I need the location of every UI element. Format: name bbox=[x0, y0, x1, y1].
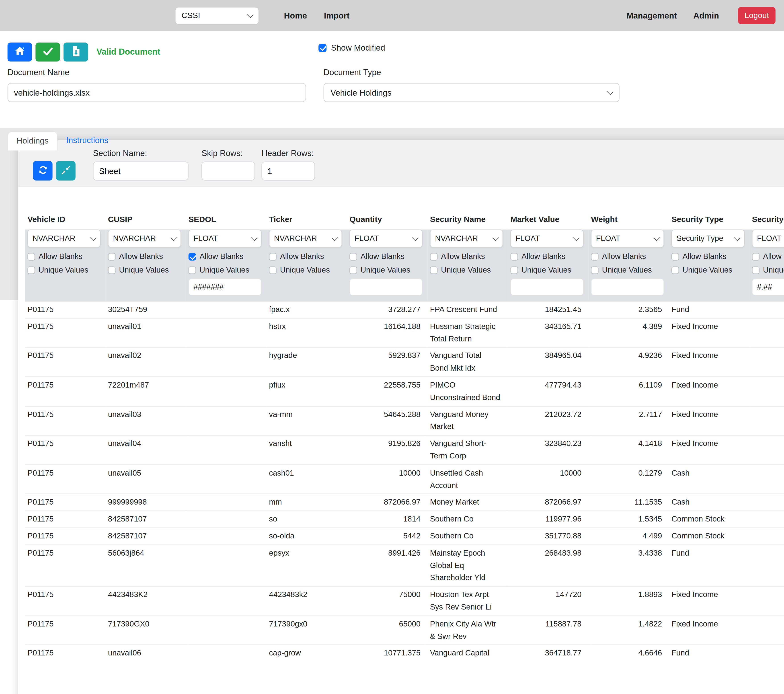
allow-blanks-checkbox-toggle[interactable]: Allow Blanks bbox=[349, 252, 423, 261]
unique-values-checkbox-toggle[interactable]: Unique Values bbox=[430, 265, 503, 274]
section-name-input[interactable] bbox=[93, 162, 189, 181]
unique-values-checkbox[interactable] bbox=[108, 266, 116, 274]
allow-blanks-checkbox[interactable] bbox=[108, 253, 116, 260]
nav-link-home[interactable]: Home bbox=[284, 11, 307, 20]
format-input-sedol[interactable] bbox=[189, 279, 262, 295]
column-type-select-cusip[interactable]: NVARCHAR bbox=[108, 229, 181, 247]
column-filter-sedol: FLOATAllow BlanksUnique Values bbox=[186, 229, 267, 301]
tab-holdings[interactable]: Holdings bbox=[8, 132, 58, 150]
unique-values-checkbox[interactable] bbox=[591, 266, 599, 274]
cell-market-value: 384965.04 bbox=[508, 348, 588, 377]
unique-values-checkbox-toggle[interactable]: Unique Values bbox=[27, 265, 100, 274]
collapse-button[interactable] bbox=[56, 161, 76, 181]
column-type-select-ticker[interactable]: NVARCHAR bbox=[269, 229, 342, 247]
cell-cusip: 56063j864 bbox=[105, 545, 186, 586]
format-input-market-value[interactable] bbox=[511, 279, 584, 295]
allow-blanks-checkbox[interactable] bbox=[752, 253, 759, 260]
format-input-weight[interactable] bbox=[591, 279, 664, 295]
cell-cusip: 30254T759 bbox=[105, 301, 186, 318]
unique-values-checkbox[interactable] bbox=[511, 266, 518, 274]
document-name-input[interactable] bbox=[8, 83, 306, 102]
tab-bar: Holdings Instructions bbox=[8, 132, 784, 150]
unique-values-checkbox[interactable] bbox=[430, 266, 438, 274]
column-type-select-market-value[interactable]: FLOAT bbox=[511, 229, 584, 247]
logout-button[interactable]: Logout bbox=[738, 7, 776, 24]
unique-values-checkbox-label: Unique Values bbox=[522, 265, 572, 274]
allow-blanks-checkbox-toggle[interactable]: Allow Blanks bbox=[752, 252, 784, 261]
cell-weight: 1.5345 bbox=[588, 511, 669, 528]
chevron-down-icon bbox=[573, 234, 580, 241]
column-type-select-quantity[interactable]: FLOAT bbox=[349, 229, 423, 247]
cell-cusip: unavail05 bbox=[105, 465, 186, 494]
unique-values-checkbox-toggle[interactable]: Unique Values bbox=[349, 265, 423, 274]
allow-blanks-checkbox-toggle[interactable]: Allow Blanks bbox=[672, 252, 744, 261]
allow-blanks-checkbox-toggle[interactable]: Allow Blanks bbox=[108, 252, 181, 261]
cell-security bbox=[749, 528, 784, 545]
unique-values-checkbox[interactable] bbox=[27, 266, 35, 274]
allow-blanks-checkbox-toggle[interactable]: Allow Blanks bbox=[27, 252, 100, 261]
column-header-security: Security bbox=[749, 186, 784, 229]
allow-blanks-checkbox-toggle[interactable]: Allow Blanks bbox=[430, 252, 503, 261]
column-type-select-sedol[interactable]: FLOAT bbox=[189, 229, 262, 247]
cell-security-type: Fund bbox=[669, 645, 749, 662]
unique-values-checkbox[interactable] bbox=[672, 266, 679, 274]
allow-blanks-checkbox-toggle[interactable]: Allow Blanks bbox=[591, 252, 664, 261]
column-filter-security: FLOATAllow BlanksUnique Values bbox=[749, 229, 784, 301]
unique-values-checkbox-toggle[interactable]: Unique Values bbox=[591, 265, 664, 274]
skip-rows-group: Skip Rows: bbox=[201, 148, 255, 181]
column-type-select-security-type[interactable]: Security Type bbox=[672, 229, 744, 247]
unique-values-checkbox[interactable] bbox=[752, 266, 759, 274]
cell-quantity: 22558.755 bbox=[347, 377, 427, 406]
validate-button[interactable] bbox=[35, 43, 60, 61]
chevron-down-icon bbox=[654, 234, 660, 241]
unique-values-checkbox-toggle[interactable]: Unique Values bbox=[189, 265, 262, 274]
unique-values-checkbox-toggle[interactable]: Unique Values bbox=[108, 265, 181, 274]
unique-values-checkbox-label: Unique Values bbox=[763, 265, 784, 274]
allow-blanks-checkbox-toggle[interactable]: Allow Blanks bbox=[511, 252, 584, 261]
skip-rows-input[interactable] bbox=[201, 162, 255, 181]
allow-blanks-checkbox[interactable] bbox=[27, 253, 35, 260]
unique-values-checkbox[interactable] bbox=[349, 266, 357, 274]
column-filter-quantity: FLOATAllow BlanksUnique Values bbox=[347, 229, 427, 301]
nav-link-management[interactable]: Management bbox=[626, 11, 677, 20]
allow-blanks-checkbox-toggle[interactable]: Allow Blanks bbox=[269, 252, 342, 261]
allow-blanks-checkbox[interactable] bbox=[349, 253, 357, 260]
home-button[interactable] bbox=[8, 43, 32, 61]
show-modified-toggle[interactable]: Show Modified bbox=[318, 43, 385, 53]
cell-ticker: va-mm bbox=[267, 406, 347, 435]
cell-vehicle-id: P01175 bbox=[25, 528, 105, 545]
cell-quantity: 8991.426 bbox=[347, 545, 427, 586]
document-type-select[interactable]: Vehicle Holdings bbox=[324, 83, 619, 102]
allow-blanks-checkbox[interactable] bbox=[269, 253, 277, 260]
document-status-text: Valid Document bbox=[97, 47, 160, 57]
column-type-select-security[interactable]: FLOAT bbox=[752, 229, 784, 247]
format-input-quantity[interactable] bbox=[349, 279, 423, 295]
column-type-select-weight[interactable]: FLOAT bbox=[591, 229, 664, 247]
cell-cusip: 4423483K2 bbox=[105, 586, 186, 616]
show-modified-checkbox[interactable] bbox=[318, 44, 326, 52]
unique-values-checkbox-toggle[interactable]: Unique Values bbox=[752, 265, 784, 274]
unique-values-checkbox[interactable] bbox=[269, 266, 277, 274]
unique-values-checkbox[interactable] bbox=[189, 266, 196, 274]
unique-values-checkbox-toggle[interactable]: Unique Values bbox=[269, 265, 342, 274]
column-type-select-security-name[interactable]: NVARCHAR bbox=[430, 229, 503, 247]
allow-blanks-checkbox[interactable] bbox=[511, 253, 518, 260]
nav-link-import[interactable]: Import bbox=[324, 11, 350, 20]
cell-weight: 3.4338 bbox=[588, 545, 669, 586]
header-rows-input[interactable] bbox=[262, 162, 315, 181]
table-row: P01175unavail02hygrade5929.837Vanguard T… bbox=[25, 348, 784, 377]
allow-blanks-checkbox[interactable] bbox=[591, 253, 599, 260]
column-type-select-vehicle-id[interactable]: NVARCHAR bbox=[27, 229, 100, 247]
allow-blanks-checkbox-toggle[interactable]: Allow Blanks bbox=[189, 252, 262, 261]
brand-select[interactable]: CSSI bbox=[175, 7, 259, 24]
allow-blanks-checkbox[interactable] bbox=[430, 253, 438, 260]
unique-values-checkbox-toggle[interactable]: Unique Values bbox=[511, 265, 584, 274]
format-input-security[interactable] bbox=[752, 279, 784, 295]
allow-blanks-checkbox[interactable] bbox=[189, 253, 196, 260]
allow-blanks-checkbox[interactable] bbox=[672, 253, 679, 260]
refresh-button[interactable] bbox=[33, 161, 53, 181]
download-document-button[interactable] bbox=[64, 43, 88, 61]
tab-instructions[interactable]: Instructions bbox=[58, 132, 117, 150]
unique-values-checkbox-toggle[interactable]: Unique Values bbox=[672, 265, 744, 274]
nav-link-admin[interactable]: Admin bbox=[693, 11, 719, 20]
